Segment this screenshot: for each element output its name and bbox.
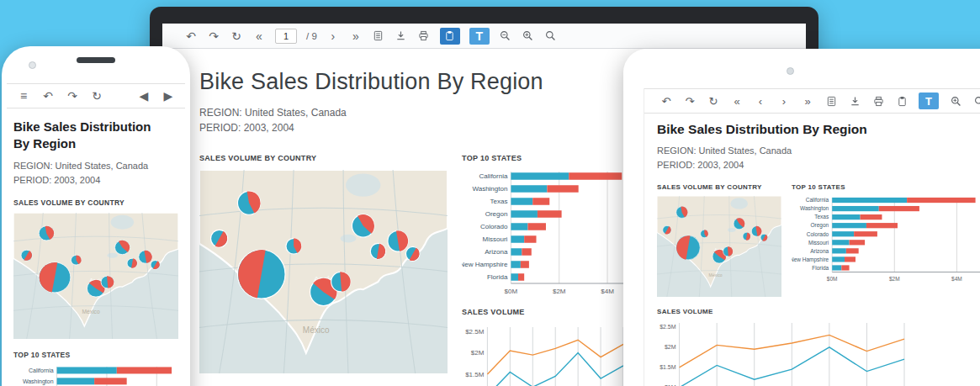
svg-text:$1.5M: $1.5M — [660, 364, 676, 370]
page-title: Bike Sales Distribution By Region — [657, 122, 980, 137]
phone-device: ≡↶↷↻◀▶ Bike Sales Distribution By Region… — [2, 46, 190, 386]
next-page-icon[interactable]: › — [326, 28, 340, 45]
refresh-icon[interactable]: ↻ — [230, 28, 243, 45]
redo-icon[interactable]: ↷ — [66, 87, 79, 104]
refresh-icon[interactable]: ↻ — [90, 87, 103, 104]
phone-screen: ≡↶↷↻◀▶ Bike Sales Distribution By Region… — [7, 83, 185, 386]
svg-text:Florida: Florida — [487, 273, 508, 281]
svg-text:México: México — [82, 309, 100, 315]
report-body: SALES VOLUME BY COUNTRY AméricaMéxico TO… — [657, 183, 980, 297]
report-period: PERIOD: 2003, 2004 — [657, 158, 980, 172]
refresh-icon[interactable]: ↻ — [707, 93, 720, 109]
undo-icon[interactable]: ↶ — [184, 28, 198, 45]
charts-column: TOP 10 STATES CaliforniaWashingtonTexasO… — [792, 183, 980, 297]
svg-text:$2.5M: $2.5M — [465, 328, 485, 336]
last-page-icon[interactable]: » — [801, 93, 814, 109]
svg-text:Missouri: Missouri — [483, 235, 508, 243]
tablet-screen: ↶↷↻«‹›»T Bike Sales Distribution By Regi… — [644, 88, 980, 386]
svg-text:Washington: Washington — [800, 205, 829, 212]
text-select-icon[interactable]: T — [919, 93, 939, 109]
zoom-in-icon[interactable] — [949, 93, 962, 109]
first-page-icon[interactable]: « — [252, 28, 266, 45]
map-column: SALES VOLUME BY COUNTRY AméricaMéxico — [657, 183, 781, 297]
map-section-label: SALES VOLUME BY COUNTRY — [199, 154, 448, 162]
svg-text:$2M: $2M — [471, 349, 485, 357]
charts-column: TOP 10 STATES CaliforniaWashingtonTexasO… — [462, 154, 628, 386]
page-input[interactable] — [275, 29, 297, 44]
paste-icon[interactable] — [440, 28, 460, 45]
svg-text:Missouri: Missouri — [808, 240, 829, 246]
phone-report: Bike Sales Distribution By Region REGION… — [7, 108, 185, 386]
scene: ↶↷↻«/ 9›»T Bike Sales Distribution By Re… — [0, 0, 980, 386]
camera-icon — [787, 67, 794, 75]
svg-text:$4M: $4M — [601, 288, 614, 294]
search-icon[interactable] — [544, 28, 558, 45]
svg-text:$2.5M: $2.5M — [660, 324, 676, 330]
svg-text:$2M: $2M — [553, 288, 566, 294]
bars-section-label: TOP 10 STATES — [462, 154, 628, 162]
download-icon[interactable] — [395, 28, 408, 45]
sales-volume-map: AméricaMéxico — [199, 170, 448, 373]
svg-text:Colorado: Colorado — [807, 231, 829, 237]
sales-volume-line-chart: $1M$1.5M$2M$2.5MJanFebMarAprMayJunJul — [462, 324, 628, 386]
sales-volume-line-chart: $1M$1.5M$2M$2.5MJanFebMarAprMayJunJul — [657, 320, 909, 386]
report-region: REGION: United States, Canada — [13, 159, 178, 173]
svg-text:California: California — [806, 197, 829, 203]
tablet-pdf-toolbar: ↶↷↻«‹›»T — [644, 88, 980, 114]
svg-text:$0M: $0M — [827, 276, 838, 282]
page-title: Bike Sales Distribution By Region — [13, 119, 158, 151]
sales-volume-map: AméricaMéxico — [13, 213, 178, 339]
next-page-icon[interactable]: ▶ — [162, 87, 175, 104]
sales-volume-map: AméricaMéxico — [657, 196, 781, 297]
undo-icon[interactable]: ↶ — [41, 87, 55, 104]
svg-text:$1.5M: $1.5M — [465, 371, 485, 378]
text-select-icon[interactable]: T — [469, 28, 490, 45]
report-region: REGION: United States, Canada — [657, 144, 980, 158]
svg-text:$2M: $2M — [665, 344, 676, 350]
prev-page-icon[interactable]: ‹ — [754, 93, 767, 109]
top-states-bar-chart: CaliforniaWashingtonTexasOregonColoradoM… — [792, 196, 980, 282]
svg-text:México: México — [303, 325, 330, 334]
map-column: SALES VOLUME BY COUNTRY AméricaMéxico — [199, 154, 448, 386]
svg-text:Texas: Texas — [490, 198, 507, 205]
prev-page-icon[interactable]: ◀ — [137, 87, 151, 104]
next-page-icon[interactable]: › — [777, 93, 791, 109]
bars-section-label: TOP 10 STATES — [792, 183, 980, 191]
search-icon[interactable] — [972, 93, 980, 109]
undo-icon[interactable]: ↶ — [660, 93, 673, 109]
download-icon[interactable] — [848, 93, 861, 109]
map-section-label: SALES VOLUME BY COUNTRY — [13, 198, 178, 207]
bars-section-label: TOP 10 STATES — [13, 351, 178, 359]
thumbnails-icon[interactable] — [824, 93, 838, 109]
paste-icon[interactable] — [895, 93, 908, 109]
print-icon[interactable] — [871, 93, 885, 109]
map-section-label: SALES VOLUME BY COUNTRY — [657, 183, 781, 191]
thumbnails-icon[interactable] — [372, 28, 385, 45]
first-page-icon[interactable]: « — [730, 93, 744, 109]
svg-text:$4M: $4M — [951, 276, 962, 282]
svg-text:México: México — [709, 272, 723, 278]
desktop-pdf-toolbar: ↶↷↻«/ 9›»T — [162, 24, 806, 49]
svg-text:Washington: Washington — [23, 378, 54, 385]
zoom-out-icon[interactable] — [499, 28, 512, 45]
tablet-device: ↶↷↻«‹›»T Bike Sales Distribution By Regi… — [623, 49, 980, 386]
speaker-icon — [77, 57, 115, 63]
last-page-icon[interactable]: » — [349, 28, 363, 45]
svg-text:Arizona: Arizona — [485, 248, 508, 256]
svg-text:New Hampshire: New Hampshire — [792, 256, 829, 263]
svg-text:Florida: Florida — [812, 265, 829, 271]
zoom-in-icon[interactable] — [522, 28, 535, 45]
svg-text:Arizona: Arizona — [810, 248, 829, 254]
redo-icon[interactable]: ↷ — [207, 28, 220, 45]
line-section-label: SALES VOLUME — [462, 308, 628, 316]
line-section-label: SALES VOLUME — [657, 308, 980, 315]
svg-text:New Hampshire: New Hampshire — [462, 261, 508, 268]
svg-text:Texas: Texas — [814, 214, 829, 219]
line-section: SALES VOLUME $1M$1.5M$2M$2.5MJanFebMarAp… — [657, 308, 980, 386]
phone-pdf-toolbar: ≡↶↷↻◀▶ — [7, 83, 185, 108]
top-states-bar-chart: CaliforniaWashingtonTexasOregonColoradoM… — [462, 170, 628, 294]
svg-text:$0M: $0M — [505, 288, 518, 294]
print-icon[interactable] — [417, 28, 431, 45]
redo-icon[interactable]: ↷ — [683, 93, 697, 109]
menu-icon[interactable]: ≡ — [17, 87, 30, 104]
